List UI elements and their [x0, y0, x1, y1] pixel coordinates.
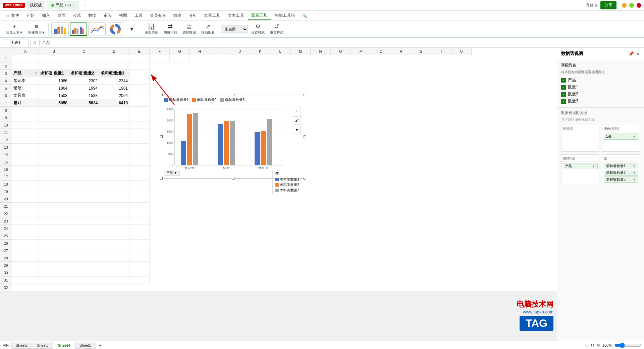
cell-6-C[interactable]: 1538 — [69, 92, 99, 99]
chart-filter-btn[interactable]: ▼ — [293, 126, 301, 134]
cell-4-C[interactable]: 2302 — [69, 77, 99, 85]
col-header-F[interactable]: F — [150, 48, 170, 55]
cell-8-A[interactable] — [12, 107, 39, 114]
pivot-value-tag-1[interactable]: 求和项:数量1 ▼ — [604, 163, 639, 169]
pivot-axis-remove-icon[interactable]: ▼ — [592, 164, 595, 168]
menu-data[interactable]: 数据 — [85, 11, 100, 20]
col-header-S[interactable]: S — [411, 48, 431, 55]
view-normal-icon[interactable]: ⊞ — [585, 343, 588, 347]
chart-type-btn-2[interactable] — [70, 22, 87, 36]
col-header-I[interactable]: I — [210, 48, 230, 55]
cell-6-E[interactable] — [129, 92, 150, 99]
chart-type-btn-1[interactable] — [51, 22, 69, 36]
cell-5-C[interactable]: 1994 — [69, 85, 99, 92]
cell-7-A[interactable]: 总计 — [12, 99, 39, 107]
cell-8-C[interactable] — [69, 107, 99, 114]
col-header-M[interactable]: M — [290, 48, 311, 55]
chart-area-selector[interactable]: 图表区 — [221, 26, 248, 33]
reset-style-btn[interactable]: ↺ 重置样式 — [268, 22, 285, 36]
cell-2-D[interactable] — [99, 62, 129, 70]
pivot-pin-icon[interactable]: 📌 — [628, 50, 635, 57]
chart-type-btn-3[interactable] — [88, 22, 106, 36]
pivot-sigma-remove-icon[interactable]: ▼ — [633, 135, 636, 139]
view-page-icon[interactable]: ⊠ — [597, 343, 600, 347]
view-layout-icon[interactable]: ⊟ — [591, 343, 594, 347]
menu-chart-tools[interactable]: 图表工具 — [248, 11, 271, 20]
add-tab-btn[interactable]: + — [81, 2, 89, 9]
pivot-close-icon[interactable]: × — [636, 50, 640, 57]
close-btn[interactable] — [637, 3, 641, 8]
menu-file[interactable]: 三 文件 — [3, 11, 22, 20]
chart-handle-br[interactable] — [304, 177, 306, 180]
sheet-tab-sheet2[interactable]: Sheet2 — [11, 342, 32, 349]
share-button[interactable]: 分享 — [600, 1, 616, 9]
col-header-L[interactable]: L — [270, 48, 290, 55]
cell-6-D[interactable]: 2094 — [99, 92, 129, 99]
pivot-sigma-tag[interactable]: Σ值 ▼ — [604, 134, 639, 140]
col-header-A[interactable]: A — [12, 48, 39, 55]
add-element-btn[interactable]: ＋ 添加元素▼ — [4, 22, 25, 36]
cell-1-F[interactable] — [150, 55, 170, 62]
pivot-value-tag-3[interactable]: 求和项:数量3 ▼ — [604, 177, 639, 183]
chart-add-element-btn[interactable]: + — [293, 107, 301, 115]
chart-type-btn-4[interactable] — [107, 22, 124, 36]
pivot-value-2-icon[interactable]: ▼ — [633, 171, 636, 175]
col-header-E[interactable]: E — [129, 48, 150, 55]
minimize-btn[interactable] — [622, 3, 627, 8]
set-format-btn[interactable]: ⚙ 设置格式 — [249, 22, 267, 36]
cell-1-C[interactable] — [69, 55, 99, 62]
pivot-value-tag-2[interactable]: 求和项:数量2 ▼ — [604, 170, 639, 176]
zoom-slider[interactable] — [614, 343, 641, 348]
cell-3-C[interactable]: 求和项:数量2 — [69, 70, 99, 77]
menu-page[interactable]: 页面 — [54, 11, 69, 20]
cell-5-E[interactable] — [129, 85, 150, 92]
col-header-C[interactable]: C — [69, 48, 99, 55]
field-checkbox-product[interactable]: ✓ — [561, 78, 566, 83]
chart-handle-ml[interactable] — [160, 135, 163, 138]
cell-1-E[interactable] — [129, 55, 150, 62]
cell-7-D[interactable]: 6419 — [99, 99, 129, 107]
chart-handle-bl[interactable] — [160, 177, 163, 180]
col-header-G[interactable]: G — [170, 48, 190, 55]
pivot-value-1-icon[interactable]: ▼ — [633, 164, 636, 168]
col-header-Q[interactable]: Q — [371, 48, 391, 55]
menu-text-tools[interactable]: 文本工具 — [224, 11, 247, 20]
maximize-btn[interactable] — [629, 3, 634, 8]
cell-8-D[interactable] — [99, 107, 129, 114]
cell-8-B[interactable] — [39, 107, 69, 114]
cell-1-G[interactable] — [170, 55, 190, 62]
menu-vip[interactable]: 会员专享 — [147, 11, 169, 20]
chart-handle-tc[interactable] — [232, 94, 234, 96]
cell-1-D[interactable] — [99, 55, 129, 62]
select-data-btn[interactable]: 🗂 选择数据 — [180, 22, 198, 36]
cell-5-A[interactable]: 铅笔 — [12, 85, 39, 92]
col-header-P[interactable]: P — [351, 48, 371, 55]
col-header-H[interactable]: H — [190, 48, 210, 55]
chart-filter-product-btn[interactable]: 产品 ▼ — [164, 170, 180, 176]
menu-efficiency[interactable]: 效率 — [170, 11, 185, 20]
close-tab-icon[interactable]: × — [73, 3, 75, 7]
pivot-axis-product-tag[interactable]: 产品 ▼ — [563, 163, 598, 169]
expand-chart-types-btn[interactable]: ▼ — [125, 25, 139, 33]
col-header-B[interactable]: B — [39, 48, 69, 55]
cell-6-A[interactable]: 文具盒 — [12, 92, 39, 99]
col-header-U[interactable]: U — [451, 48, 472, 55]
template-btn[interactable]: 找模板 — [27, 1, 45, 9]
cell-3-B[interactable]: 求和项:数量1 — [39, 70, 69, 77]
sheet-nav-next[interactable]: ▶ — [6, 343, 9, 347]
cell-6-B[interactable]: 1508 — [39, 92, 69, 99]
formula-input[interactable] — [41, 40, 642, 46]
move-chart-btn[interactable]: ↗ 移动图表 — [199, 22, 217, 36]
field-checkbox-qty2[interactable]: ✓ — [561, 92, 566, 97]
menu-analyze[interactable]: 分析 — [185, 11, 200, 20]
col-header-T[interactable]: T — [431, 48, 451, 55]
cell-3-A[interactable]: 产品 ▼ — [12, 70, 39, 77]
menu-search[interactable]: 🔍 — [299, 12, 311, 19]
menu-formula[interactable]: 公式 — [69, 11, 84, 20]
sheet-nav-prev[interactable]: ◀ — [3, 343, 5, 347]
menu-tools[interactable]: 工具 — [131, 11, 146, 20]
cell-4-A[interactable]: 笔记本 — [12, 77, 39, 85]
pivot-value-3-icon[interactable]: ▼ — [633, 178, 636, 182]
change-type-btn[interactable]: 📊 更改类型 — [143, 22, 160, 36]
menu-review[interactable]: 审阅 — [100, 11, 115, 20]
